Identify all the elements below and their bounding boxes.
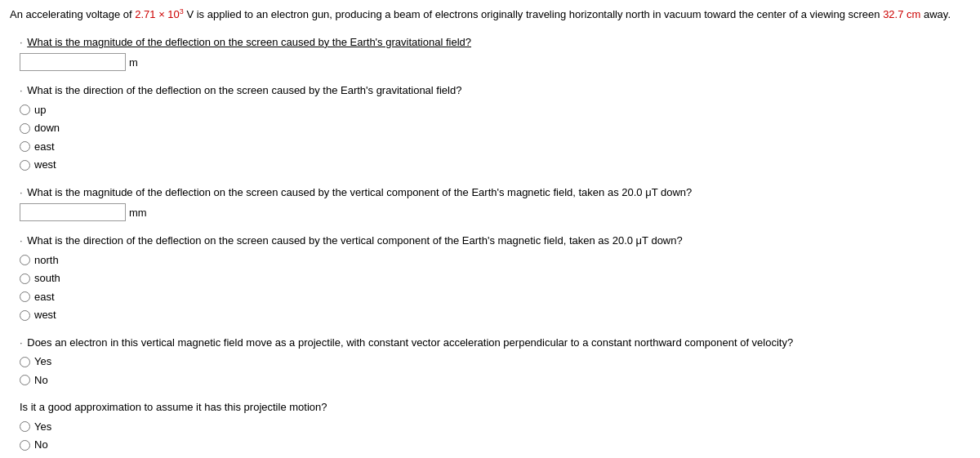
q4-radio-group: north south east west [20, 252, 970, 323]
q5-label-yes: Yes [34, 354, 51, 370]
question-6-block: Is it a good approximation to assume it … [10, 399, 970, 453]
q2-option-up[interactable]: up [20, 102, 970, 118]
q2-radio-down[interactable] [20, 123, 30, 134]
question-4-label: · What is the direction of the deflectio… [20, 233, 970, 249]
q2-label-east: east [34, 139, 55, 155]
q4-option-north[interactable]: north [20, 252, 970, 269]
q5-text: Does an electron in this vertical magnet… [27, 336, 793, 349]
q1-input[interactable] [20, 53, 126, 71]
q4-label-west: west [34, 307, 56, 323]
distance-value: 32.7 cm [883, 8, 920, 20]
q2-dot: · [20, 84, 23, 96]
q4-label-east: east [34, 289, 55, 305]
intro-text-before: An accelerating voltage of [10, 8, 135, 20]
q1-input-row: m [20, 53, 970, 71]
q6-radio-yes[interactable] [20, 421, 30, 432]
q4-label-south: south [34, 270, 60, 287]
q5-label-no: No [34, 372, 48, 389]
question-5-block: · Does an electron in this vertical magn… [10, 335, 970, 389]
question-2-label: · What is the direction of the deflectio… [20, 82, 970, 99]
q4-dot: · [20, 234, 23, 247]
q2-radio-up[interactable] [20, 104, 30, 115]
question-1-label: · What is the magnitude of the deflectio… [20, 34, 970, 51]
intro-paragraph: An accelerating voltage of 2.71 × 103 V … [10, 7, 970, 23]
q2-label-up: up [34, 102, 46, 118]
q6-label-yes: Yes [34, 419, 51, 435]
q4-option-south[interactable]: south [20, 270, 970, 287]
q5-radio-group: Yes No [20, 354, 970, 388]
question-1-block: · What is the magnitude of the deflectio… [10, 34, 970, 72]
q6-option-no[interactable]: No [20, 437, 970, 453]
q3-dot: · [20, 186, 23, 198]
q5-dot: · [20, 336, 23, 349]
q1-underline: What is the magnitude of the deflection … [27, 36, 471, 48]
q4-radio-east[interactable] [20, 291, 30, 302]
q2-text: What is the direction of the deflection … [27, 84, 461, 96]
question-5-label: · Does an electron in this vertical magn… [20, 335, 970, 351]
q2-option-east[interactable]: east [20, 139, 970, 155]
q4-radio-south[interactable] [20, 273, 30, 284]
q4-radio-north[interactable] [20, 255, 30, 265]
intro-text-end: away. [920, 8, 951, 20]
q2-label-down: down [34, 120, 60, 136]
q6-option-yes[interactable]: Yes [20, 419, 970, 435]
q1-unit: m [129, 56, 138, 69]
q4-text: What is the direction of the deflection … [27, 234, 682, 247]
question-4-block: · What is the direction of the deflectio… [10, 233, 970, 323]
intro-text-mid: V is applied to an electron gun, produci… [184, 8, 883, 20]
q1-dot: · [20, 36, 23, 48]
q2-label-west: west [34, 157, 56, 173]
q6-text: Is it a good approximation to assume it … [20, 401, 327, 413]
q2-radio-east[interactable] [20, 141, 30, 152]
q4-option-east[interactable]: east [20, 289, 970, 305]
q6-radio-no[interactable] [20, 440, 30, 451]
q3-unit: mm [129, 207, 147, 219]
q5-radio-yes[interactable] [20, 357, 30, 367]
question-2-block: · What is the direction of the deflectio… [10, 82, 970, 173]
q3-input-row: mm [20, 203, 970, 221]
q5-option-yes[interactable]: Yes [20, 354, 970, 370]
q2-radio-group: up down east west [20, 102, 970, 173]
q6-label-no: No [34, 437, 48, 453]
question-3-label: · What is the magnitude of the deflectio… [20, 185, 970, 201]
voltage-value: 2.71 [135, 8, 155, 20]
q2-option-west[interactable]: west [20, 157, 970, 173]
times-symbol: × 103 [156, 8, 184, 20]
q4-label-north: north [34, 252, 59, 269]
q5-radio-no[interactable] [20, 375, 30, 385]
q2-option-down[interactable]: down [20, 120, 970, 136]
q3-text: What is the magnitude of the deflection … [27, 186, 692, 198]
q3-input[interactable] [20, 203, 126, 221]
question-6-label: Is it a good approximation to assume it … [20, 399, 970, 416]
question-3-block: · What is the magnitude of the deflectio… [10, 185, 970, 222]
q4-option-west[interactable]: west [20, 307, 970, 323]
q4-radio-west[interactable] [20, 310, 30, 321]
q6-radio-group: Yes No [20, 419, 970, 453]
q5-option-no[interactable]: No [20, 372, 970, 389]
q2-radio-west[interactable] [20, 160, 30, 171]
